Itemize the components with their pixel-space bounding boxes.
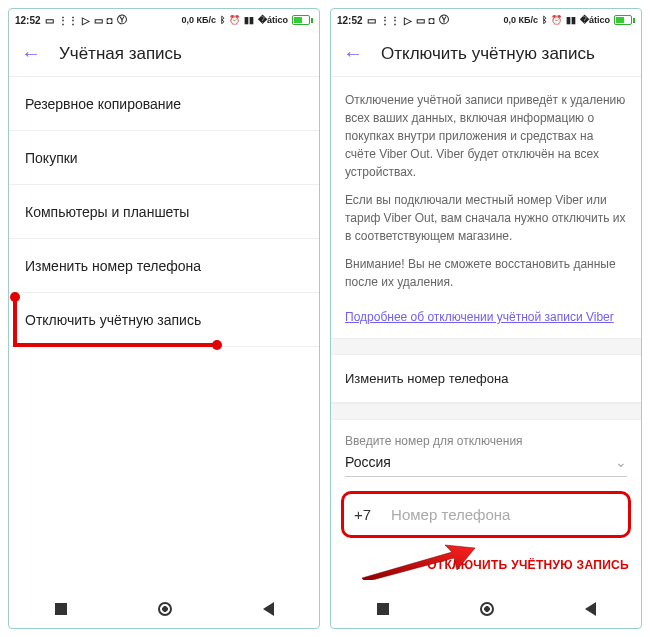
back-arrow-icon[interactable]: ← bbox=[343, 42, 363, 65]
alarm-icon: ⏰ bbox=[229, 15, 240, 25]
bluetooth-icon: ᛒ bbox=[220, 15, 225, 25]
menu-item-purchases[interactable]: Покупки bbox=[9, 131, 319, 185]
app-header: ← Учётная запись bbox=[9, 31, 319, 77]
menu-item-change-number[interactable]: Изменить номер телефона bbox=[9, 239, 319, 293]
menu-label: Изменить номер телефона bbox=[25, 258, 201, 274]
enter-number-label: Введите номер для отключения bbox=[331, 420, 641, 454]
yandex-icon: Ⓨ bbox=[439, 13, 449, 27]
desc-paragraph: Отключение учётной записи приведёт к уда… bbox=[345, 91, 627, 181]
page-title: Учётная запись bbox=[59, 44, 182, 64]
phone-prefix: +7 bbox=[354, 506, 371, 523]
sms-icon: ▭ bbox=[367, 15, 376, 26]
nav-bar bbox=[331, 588, 641, 628]
deactivate-button[interactable]: ОТКЛЮЧИТЬ УЧЁТНУЮ ЗАПИСЬ bbox=[427, 558, 629, 572]
net-speed: 0,0 КБ/с bbox=[182, 15, 216, 25]
menu-label: Отключить учётную запись bbox=[25, 312, 201, 328]
nav-home-icon[interactable] bbox=[480, 602, 494, 616]
menu-label: Покупки bbox=[25, 150, 78, 166]
nav-home-icon[interactable] bbox=[158, 602, 172, 616]
country-selector[interactable]: Россия ⌄ bbox=[331, 454, 641, 476]
learn-more-link[interactable]: Подробнее об отключении учётной записи V… bbox=[331, 309, 641, 338]
status-bar: 12:52 ▭ ⋮⋮ ▷ ▭ ◘ Ⓨ 0,0 КБ/с ᛒ ⏰ ▮▮ �átic… bbox=[331, 9, 641, 31]
battery-icon bbox=[614, 15, 635, 25]
nav-recent-icon[interactable] bbox=[377, 603, 389, 615]
menu-label: Резервное копирование bbox=[25, 96, 181, 112]
net-speed: 0,0 КБ/с bbox=[504, 15, 538, 25]
deactivate-content: Отключение учётной записи приведёт к уда… bbox=[331, 77, 641, 588]
description-block: Отключение учётной записи приведёт к уда… bbox=[331, 77, 641, 309]
yandex-icon: Ⓨ bbox=[117, 13, 127, 27]
play-icon: ▷ bbox=[404, 15, 412, 26]
status-bar: 12:52 ▭ ⋮⋮ ▷ ▭ ◘ Ⓨ 0,0 КБ/с ᛒ ⏰ ▮▮ �átic… bbox=[9, 9, 319, 31]
chevron-down-icon: ⌄ bbox=[615, 454, 627, 470]
nav-bar bbox=[9, 588, 319, 628]
deactivate-row: ОТКЛЮЧИТЬ УЧЁТНУЮ ЗАПИСЬ bbox=[331, 542, 641, 588]
nav-recent-icon[interactable] bbox=[55, 603, 67, 615]
back-arrow-icon[interactable]: ← bbox=[21, 42, 41, 65]
menu-item-devices[interactable]: Компьютеры и планшеты bbox=[9, 185, 319, 239]
nav-back-icon[interactable] bbox=[263, 602, 274, 616]
message-icon: ◘ bbox=[429, 15, 435, 26]
battery-icon bbox=[292, 15, 313, 25]
menu-label: Компьютеры и планшеты bbox=[25, 204, 189, 220]
phone-input-highlight: +7 Номер телефона bbox=[341, 491, 631, 538]
phone-input[interactable]: Номер телефона bbox=[391, 506, 618, 523]
alarm-icon: ⏰ bbox=[551, 15, 562, 25]
section-change-number[interactable]: Изменить номер телефона bbox=[331, 355, 641, 403]
divider bbox=[345, 476, 627, 477]
status-time: 12:52 bbox=[15, 15, 41, 26]
wifi-icon: �ático bbox=[580, 15, 610, 25]
page-title: Отключить учётную запись bbox=[381, 44, 595, 64]
dots-icon: ⋮⋮ bbox=[58, 15, 78, 26]
menu-item-deactivate[interactable]: Отключить учётную запись bbox=[9, 293, 319, 347]
phone-left: 12:52 ▭ ⋮⋮ ▷ ▭ ◘ Ⓨ 0,0 КБ/с ᛒ ⏰ ▮▮ �átic… bbox=[8, 8, 320, 629]
desc-paragraph: Внимание! Вы не сможете восстановить дан… bbox=[345, 255, 627, 291]
menu-item-backup[interactable]: Резервное копирование bbox=[9, 77, 319, 131]
nav-back-icon[interactable] bbox=[585, 602, 596, 616]
message-icon: ◘ bbox=[107, 15, 113, 26]
app-header: ← Отключить учётную запись bbox=[331, 31, 641, 77]
youtube-icon: ▭ bbox=[94, 15, 103, 26]
signal-icon: ▮▮ bbox=[566, 15, 576, 25]
sms-icon: ▭ bbox=[45, 15, 54, 26]
section-divider bbox=[331, 338, 641, 355]
menu-list: Резервное копирование Покупки Компьютеры… bbox=[9, 77, 319, 588]
phone-right: 12:52 ▭ ⋮⋮ ▷ ▭ ◘ Ⓨ 0,0 КБ/с ᛒ ⏰ ▮▮ �átic… bbox=[330, 8, 642, 629]
signal-icon: ▮▮ bbox=[244, 15, 254, 25]
bluetooth-icon: ᛒ bbox=[542, 15, 547, 25]
wifi-icon: �ático bbox=[258, 15, 288, 25]
country-value: Россия bbox=[345, 454, 391, 470]
dots-icon: ⋮⋮ bbox=[380, 15, 400, 26]
desc-paragraph: Если вы подключали местный номер Viber и… bbox=[345, 191, 627, 245]
status-time: 12:52 bbox=[337, 15, 363, 26]
section-divider bbox=[331, 403, 641, 420]
youtube-icon: ▭ bbox=[416, 15, 425, 26]
play-icon: ▷ bbox=[82, 15, 90, 26]
